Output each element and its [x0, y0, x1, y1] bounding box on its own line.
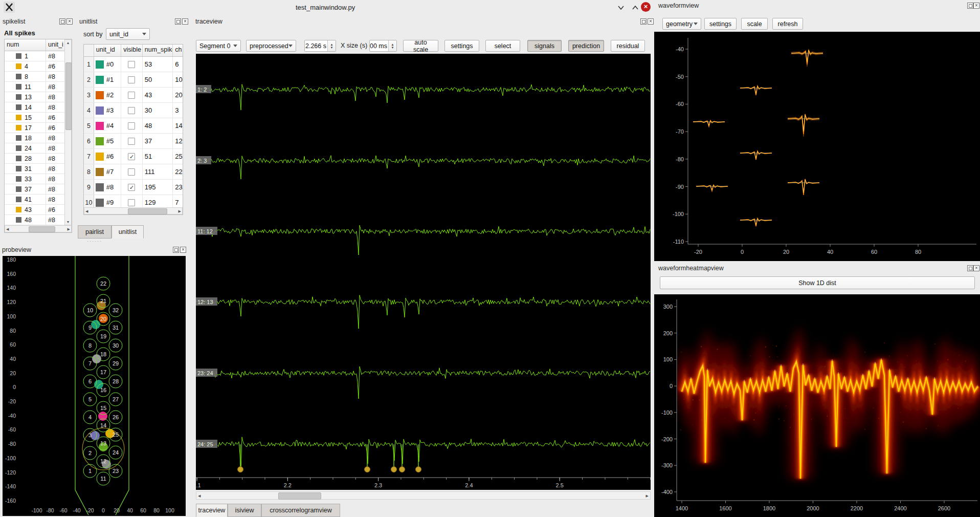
tab-pairlist[interactable]: pairlist [78, 225, 112, 239]
scroll-right-icon[interactable]: ▶ [646, 494, 649, 498]
scroll-right-icon[interactable]: ▶ [68, 227, 70, 231]
table-row[interactable]: 5#44814 [84, 118, 183, 134]
scale-button[interactable]: scale [741, 18, 768, 30]
tab-traceview[interactable]: traceview [196, 504, 228, 517]
trace-plot[interactable]: 2.12.22.32.42.51: 22: 311: 1212: 1323: 2… [196, 54, 651, 490]
table-row[interactable]: 14#8 [5, 102, 72, 113]
visible-checkbox[interactable] [128, 107, 135, 114]
table-row[interactable]: 4#6 [5, 61, 72, 72]
spin-arrows-icon[interactable]: ▲▼ [327, 40, 336, 51]
minimize-button[interactable] [617, 5, 625, 11]
table-row[interactable]: 43#6 [5, 205, 72, 215]
column-header-ch[interactable]: ch [173, 45, 183, 56]
table-row[interactable]: 37#8 [5, 184, 72, 195]
settings-button[interactable]: settings [704, 18, 737, 30]
table-row[interactable]: 7#6✓5125 [84, 149, 183, 164]
close-icon[interactable]: × [973, 265, 979, 271]
time-spinbox[interactable]: 2.266 s ▲▼ [304, 40, 336, 52]
auto-scale-button[interactable]: auto scale [403, 40, 438, 52]
table-row[interactable]: 4#3303 [84, 103, 183, 118]
close-icon[interactable]: × [648, 18, 654, 25]
column-header-num-spikes[interactable]: num_spikes [143, 45, 173, 56]
scroll-left-icon[interactable]: ◀ [6, 227, 9, 231]
column-header-unit-id[interactable]: unit_id [94, 45, 121, 56]
settings-button[interactable]: settings [444, 40, 479, 52]
trace-hscrollbar[interactable]: ◀ ▶ [196, 491, 651, 500]
prediction-button[interactable]: prediction [568, 40, 604, 52]
tab-unitlist[interactable]: unitlist [112, 225, 144, 239]
table-row[interactable]: 48#8 [5, 215, 72, 225]
scroll-up-icon[interactable]: ▲ [65, 41, 71, 45]
probe-plot[interactable]: 180160140120100806040200-20-40-60-80-100… [3, 256, 186, 516]
column-header-num[interactable]: num [5, 39, 46, 51]
column-header-visible[interactable]: visible [121, 45, 143, 56]
source-select[interactable]: preprocessed [246, 40, 296, 52]
table-row[interactable]: 8#8 [5, 72, 72, 82]
spin-arrows-icon[interactable]: ▲▼ [388, 40, 396, 51]
visible-checkbox[interactable] [128, 199, 135, 206]
table-row[interactable]: 1#0536 [84, 57, 183, 72]
scroll-down-icon[interactable]: ▼ [65, 220, 71, 224]
table-row[interactable]: 9#8✓19523 [84, 180, 183, 195]
table-row[interactable]: 3#24320 [84, 88, 183, 103]
scroll-left-icon[interactable]: ◀ [198, 494, 201, 498]
float-icon[interactable] [59, 18, 65, 25]
spike-table-hscrollbar[interactable]: ◀ ▶ [5, 225, 72, 232]
close-icon[interactable]: × [973, 3, 979, 9]
app-icon[interactable] [4, 2, 15, 13]
spike-table-vscrollbar[interactable]: ▲ ▼ [64, 39, 72, 225]
close-icon[interactable]: × [180, 247, 186, 253]
float-icon[interactable] [967, 265, 973, 271]
maximize-button[interactable] [631, 5, 639, 11]
xsize-spinbox[interactable]: 00 ms ▲▼ [369, 40, 397, 52]
show-1d-dist-button[interactable]: Show 1D dist [660, 276, 975, 289]
visible-checkbox[interactable] [128, 138, 135, 145]
unit-table-hscrollbar[interactable]: ◀ ▶ [84, 207, 183, 214]
signals-button[interactable]: signals [527, 40, 562, 52]
float-icon[interactable] [640, 18, 647, 25]
window-close-button[interactable]: × [641, 2, 651, 12]
visible-checkbox[interactable] [128, 168, 135, 176]
table-row[interactable]: 33#8 [5, 174, 72, 184]
float-icon[interactable] [175, 18, 181, 25]
table-row[interactable]: 6#53712 [84, 134, 183, 149]
geometry-select[interactable]: geometry [662, 18, 701, 30]
select-button[interactable]: select [485, 40, 520, 52]
segment-select[interactable]: Segment 0 [196, 40, 241, 52]
scroll-right-icon[interactable]: ▶ [179, 209, 181, 213]
close-icon[interactable]: × [182, 18, 188, 25]
unit-table-header[interactable]: unit_id visible num_spikes ch [84, 45, 183, 57]
table-row[interactable]: 2#15010 [84, 72, 183, 88]
column-header-unit-id[interactable]: unit_i [46, 39, 64, 51]
visible-checkbox[interactable] [128, 76, 135, 83]
tab-crosscorrelogramview[interactable]: crosscorrelogramview [261, 504, 340, 517]
visible-checkbox[interactable] [128, 61, 135, 68]
refresh-button[interactable]: refresh [772, 18, 803, 30]
float-icon[interactable] [967, 3, 973, 9]
visible-checkbox[interactable]: ✓ [128, 184, 135, 191]
splitter-handle[interactable]: ······ [87, 239, 102, 244]
heatmap-plot[interactable]: 3002001000-100-200-300-40014001600180020… [654, 294, 980, 517]
sort-by-select[interactable]: unit_id [106, 28, 150, 40]
tab-isiview[interactable]: isiview [228, 504, 261, 517]
table-row[interactable]: 11#8 [5, 82, 72, 92]
table-row[interactable]: 18#8 [5, 133, 72, 143]
waveform-plot[interactable]: -40-50-60-70-80-90-100-110-20020406080 [654, 32, 980, 261]
float-icon[interactable] [173, 247, 179, 253]
table-row[interactable]: 31#8 [5, 164, 72, 174]
visible-checkbox[interactable]: ✓ [128, 153, 135, 160]
table-row[interactable]: 41#8 [5, 195, 72, 205]
table-row[interactable]: 1#8 [5, 51, 72, 61]
table-row[interactable]: 17#6 [5, 123, 72, 133]
scroll-left-icon[interactable]: ◀ [85, 209, 88, 213]
visible-checkbox[interactable] [128, 92, 135, 99]
residual-button[interactable]: residual [611, 40, 645, 52]
spike-table-header[interactable]: num unit_i [5, 39, 72, 51]
visible-checkbox[interactable] [128, 122, 135, 130]
table-row[interactable]: 15#6 [5, 113, 72, 123]
table-row[interactable]: 28#8 [5, 154, 72, 164]
table-row[interactable]: 8#711122 [84, 164, 183, 180]
table-row[interactable]: 13#8 [5, 92, 72, 102]
table-row[interactable]: 24#8 [5, 143, 72, 154]
close-icon[interactable]: × [66, 18, 73, 25]
